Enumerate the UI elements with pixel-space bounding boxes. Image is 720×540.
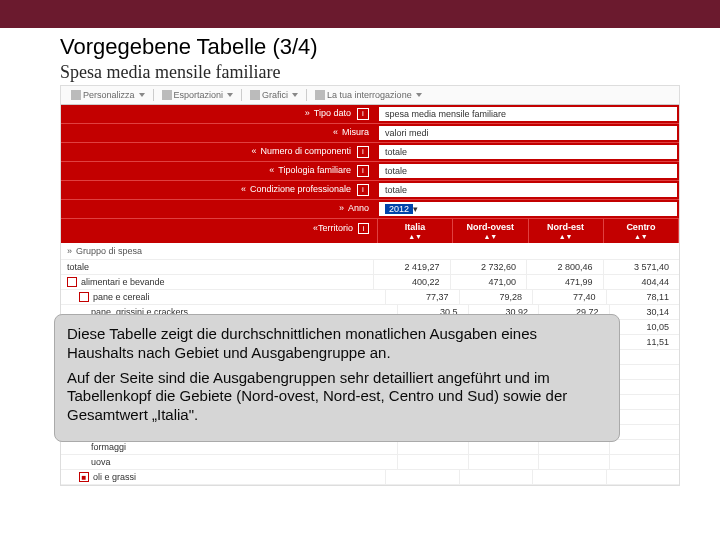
explanation-callout: Diese Tabelle zeigt die durchschnittlich…: [54, 314, 620, 442]
filter-label: «Tipologia familiarei: [61, 162, 377, 180]
data-cell: [397, 440, 468, 454]
toolbar-label: Grafici: [262, 90, 288, 100]
row-label: totale: [61, 260, 373, 274]
page-title: Spesa media mensile familiare: [0, 62, 720, 85]
separator: [153, 89, 154, 101]
filter-row: «Misuravalori medi: [61, 124, 679, 143]
toolbar: Personalizza Esportazioni Grafici La tua…: [61, 86, 679, 105]
data-cell: [385, 470, 459, 484]
data-cell: 471,00: [450, 275, 527, 289]
toolbar-grafici[interactable]: Grafici: [246, 89, 302, 101]
table-row: alimentari e bevande400,22471,00471,9940…: [61, 275, 679, 290]
dropdown-icon: [292, 93, 298, 97]
data-cell: 404,44: [603, 275, 680, 289]
filter-row: «Numero di componentiitotale: [61, 143, 679, 162]
region-italia[interactable]: Italia▲▼: [378, 219, 453, 243]
export-icon: [162, 90, 172, 100]
data-cell: [538, 455, 609, 469]
table-row: uova: [61, 455, 679, 470]
data-cell: [532, 470, 606, 484]
data-cell: [609, 440, 680, 454]
territory-label: «Territorioi: [61, 219, 378, 243]
filter-value[interactable]: totale: [379, 145, 677, 159]
toolbar-personalizza[interactable]: Personalizza: [67, 89, 149, 101]
filter-value[interactable]: totale: [379, 164, 677, 178]
toolbar-label: Personalizza: [83, 90, 135, 100]
toolbar-esportazioni[interactable]: Esportazioni: [158, 89, 238, 101]
data-cell: [397, 455, 468, 469]
query-icon: [315, 90, 325, 100]
filter-value[interactable]: 2012 ▾: [379, 202, 677, 216]
row-label: pane e cereali: [61, 290, 385, 304]
table-row: pane e cereali77,3779,2877,4078,11: [61, 290, 679, 305]
separator: [241, 89, 242, 101]
filter-label: »Tipo datoi: [61, 105, 377, 123]
dropdown-icon: [416, 93, 422, 97]
filters-panel: »Tipo datoispesa media mensile familiare…: [61, 105, 679, 219]
toolbar-label: Esportazioni: [174, 90, 224, 100]
data-cell: 30,14: [609, 305, 680, 319]
data-cell: 77,37: [385, 290, 459, 304]
header-bar: [0, 0, 720, 28]
data-cell: 3 571,40: [603, 260, 680, 274]
toolbar-label: La tua interrogazione: [327, 90, 412, 100]
data-cell: 471,99: [526, 275, 603, 289]
region-centro[interactable]: Centro▲▼: [604, 219, 679, 243]
data-cell: [609, 455, 680, 469]
data-cell: [468, 455, 539, 469]
data-cell: [468, 440, 539, 454]
filter-value[interactable]: totale: [379, 183, 677, 197]
data-cell: 77,40: [532, 290, 606, 304]
expand-icon[interactable]: ■: [79, 472, 89, 482]
table-row: totale2 419,272 732,602 800,463 571,40: [61, 260, 679, 275]
row-label: alimentari e bevande: [61, 275, 373, 289]
filter-label: »Anno: [61, 200, 377, 218]
data-cell: 78,11: [606, 290, 680, 304]
dropdown-icon: [227, 93, 233, 97]
row-label: uova: [61, 455, 397, 469]
toolbar-interrogazione[interactable]: La tua interrogazione: [311, 89, 426, 101]
filter-label: «Numero di componentii: [61, 143, 377, 161]
table-row: ■oli e grassi: [61, 470, 679, 485]
data-cell: 400,22: [373, 275, 450, 289]
data-cell: [538, 440, 609, 454]
separator: [306, 89, 307, 101]
column-header: «Territorioi Italia▲▼ Nord-ovest▲▼ Nord-…: [61, 219, 679, 243]
group-header-row: »Gruppo di spesa: [61, 243, 679, 260]
filter-row: «Tipologia familiareitotale: [61, 162, 679, 181]
region-nord-ovest[interactable]: Nord-ovest▲▼: [453, 219, 528, 243]
row-label: ■oli e grassi: [61, 470, 385, 484]
gear-icon: [71, 90, 81, 100]
data-cell: 79,28: [459, 290, 533, 304]
dropdown-icon: [139, 93, 145, 97]
callout-paragraph-2: Auf der Seite sind die Ausgabengruppen s…: [67, 369, 607, 425]
filter-row: »Anno2012 ▾: [61, 200, 679, 219]
filter-label: «Condizione professionalei: [61, 181, 377, 199]
data-cell: [606, 470, 680, 484]
data-cell: 2 419,27: [373, 260, 450, 274]
filter-value[interactable]: spesa media mensile familiare: [379, 107, 677, 121]
row-label: formaggi: [61, 440, 397, 454]
data-cell: [459, 470, 533, 484]
filter-row: »Tipo datoispesa media mensile familiare: [61, 105, 679, 124]
chart-icon: [250, 90, 260, 100]
expand-icon[interactable]: [79, 292, 89, 302]
filter-value[interactable]: valori medi: [379, 126, 677, 140]
callout-paragraph-1: Diese Tabelle zeigt die durchschnittlich…: [67, 325, 607, 363]
filter-label: «Misura: [61, 124, 377, 142]
table-row: formaggi: [61, 440, 679, 455]
data-cell: 2 732,60: [450, 260, 527, 274]
slide-title: Vorgegebene Tabelle (3/4): [0, 28, 720, 62]
filter-row: «Condizione professionaleitotale: [61, 181, 679, 200]
expand-icon[interactable]: [67, 277, 77, 287]
region-nord-est[interactable]: Nord-est▲▼: [529, 219, 604, 243]
data-cell: 2 800,46: [526, 260, 603, 274]
